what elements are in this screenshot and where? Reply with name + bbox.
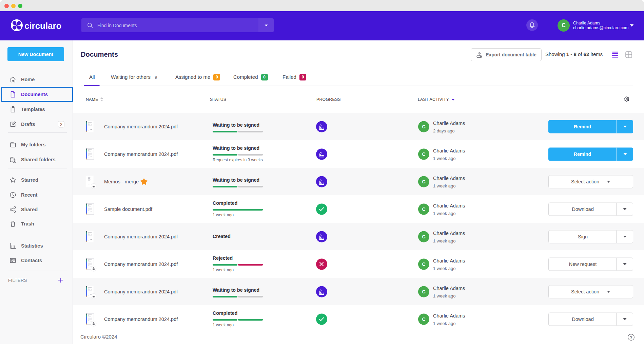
svg-text:?: ?: [630, 335, 632, 340]
